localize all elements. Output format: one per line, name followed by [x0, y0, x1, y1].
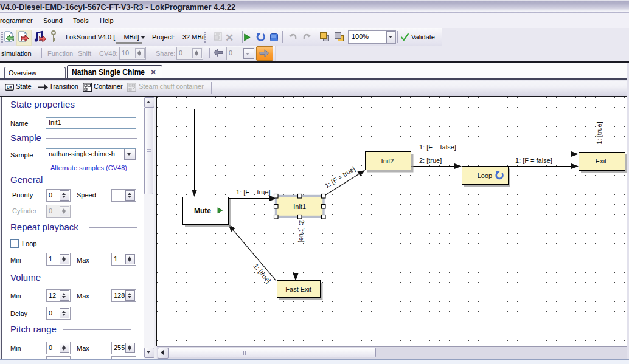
svg-text:1: [F = false]: 1: [F = false] [419, 143, 456, 151]
svg-text:2: [true]: 2: [true] [298, 220, 305, 242]
svg-text:Mute: Mute [194, 207, 211, 215]
svg-text:Init1: Init1 [293, 203, 306, 210]
svg-text:2: [true]: 2: [true] [419, 157, 442, 164]
svg-text:DX: DX [7, 85, 13, 89]
svg-text:Exit: Exit [596, 157, 606, 165]
svg-text:Loop: Loop [478, 172, 492, 179]
svg-text:1: [F = true]: 1: [F = true] [236, 188, 271, 196]
svg-text:1: [true]: 1: [true] [596, 122, 603, 144]
svg-text:1: [F = false]: 1: [F = false] [515, 157, 552, 164]
svg-text:Init2: Init2 [381, 157, 394, 165]
svg-text:Fast Exit: Fast Exit [285, 286, 311, 293]
